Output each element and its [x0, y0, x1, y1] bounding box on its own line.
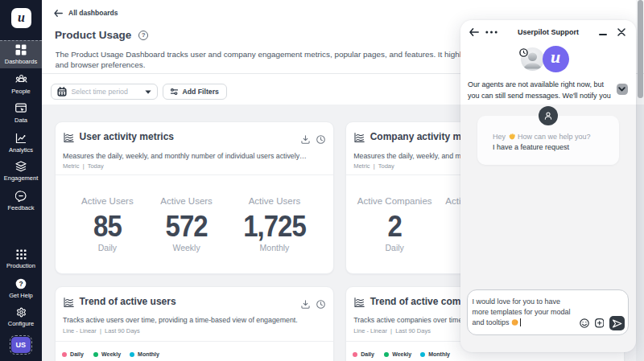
- svg-text:?: ?: [19, 280, 23, 288]
